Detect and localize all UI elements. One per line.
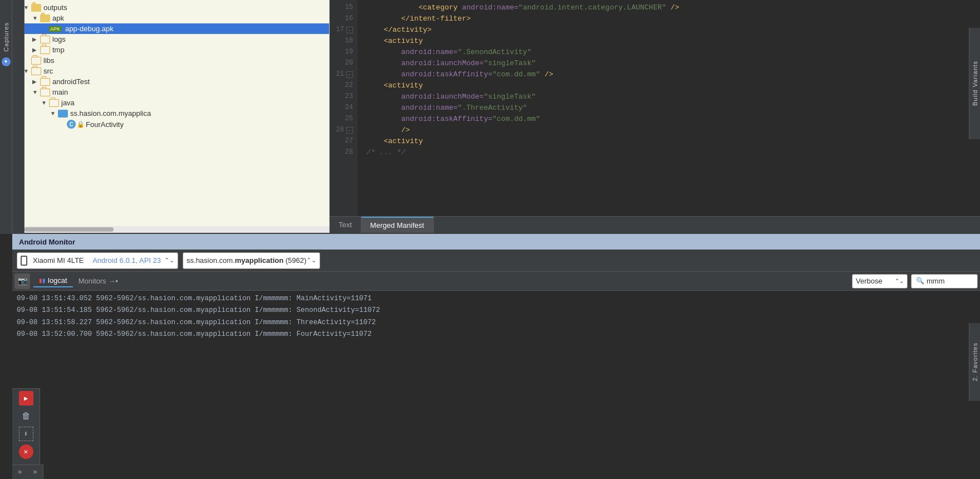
tree-arrow-tmp: ▶	[32, 47, 40, 53]
monitor-subtoolbar: 📷 ▮▮ logcat Monitors →▪ Verbose	[12, 272, 980, 291]
package-icon	[58, 110, 68, 118]
apk-file-icon: APK	[49, 26, 63, 32]
small-dot-icon: ●	[2, 57, 11, 66]
tree-item-package[interactable]: ▼ ss.hasion.com.myapplica	[12, 108, 329, 119]
code-lines[interactable]: <category android:name="android.intent.c…	[357, 0, 980, 216]
folder-icon-libs	[31, 57, 41, 65]
tree-item-apk-file[interactable]: APK app-debug.apk	[12, 23, 329, 34]
delete-icon: 🗑	[22, 411, 31, 422]
tree-item-apk[interactable]: ▼ apk	[12, 13, 329, 23]
monitors-tab[interactable]: Monitors →▪	[74, 275, 122, 287]
subtoolbar-right: Verbose ⌃⌄ 🔍	[852, 274, 978, 289]
filter-button[interactable]: ⬇	[19, 427, 33, 441]
monitor-title: Android Monitor	[19, 238, 75, 246]
chevron-right-btn[interactable]: »	[33, 468, 37, 476]
tree-item-src[interactable]: ▼ src	[12, 66, 329, 76]
folder-icon-src	[31, 67, 41, 75]
tree-arrow-java: ▼	[41, 100, 49, 106]
tree-item-main[interactable]: ▼ main	[12, 87, 329, 97]
code-line-23: android:launchMode="singleTask"	[366, 91, 980, 102]
code-line-17: </activity>	[366, 25, 980, 36]
captures-label[interactable]: Captures	[3, 22, 9, 52]
tree-item-fouractivity[interactable]: C 🔒 FourActivity	[12, 119, 329, 130]
code-line-26: />	[366, 125, 980, 136]
search-box[interactable]: 🔍	[911, 274, 978, 289]
play-button[interactable]: ▶	[19, 391, 33, 405]
tree-item-java[interactable]: ▼ java	[12, 97, 329, 108]
tab-merged-manifest[interactable]: Merged Manifest	[361, 217, 434, 233]
bottom-chevrons: » »	[12, 465, 43, 479]
line-numbers: 15 16 17 - 18 19 20 21 - 22 23 24 25 26 …	[330, 0, 357, 216]
folder-icon-java	[49, 99, 59, 107]
folder-icon-logs	[40, 36, 50, 43]
verbose-arrow: ⌃⌄	[895, 278, 904, 284]
app-pid: (5962)	[283, 256, 306, 265]
right-favorites[interactable]: 2. Favorites	[969, 323, 980, 401]
tree-item-androidtest[interactable]: ▶ androidTest	[12, 76, 329, 87]
code-line-15: <category android:name="android.intent.c…	[366, 2, 980, 13]
verbose-select[interactable]: Verbose ⌃⌄	[852, 274, 908, 289]
app-dropdown-arrow: ⌃⌄	[306, 257, 316, 264]
tree-arrow-androidtest: ▶	[32, 79, 40, 85]
tree-arrow-package: ▼	[50, 110, 58, 116]
log-line-4: 09-08 13:52:00.700 5962-5962/ss.hasion.c…	[17, 329, 976, 340]
error-button[interactable]: ✕	[19, 444, 33, 459]
phone-icon	[21, 256, 27, 266]
android-version: Android 6.0.1, API 23	[92, 256, 161, 265]
fold-marker-21[interactable]: -	[346, 71, 353, 78]
subtoolbar-left: 📷 ▮▮ logcat Monitors →▪	[14, 273, 850, 289]
monitor-toolbar: Xiaomi MI 4LTE Android 6.0.1, API 23 ⌃⌄ …	[12, 250, 980, 272]
tree-item-outputs[interactable]: ▼ outputs	[12, 2, 329, 13]
device-dropdown-arrow: ⌃⌄	[164, 257, 174, 264]
editor-tabs: Text Merged Manifest	[330, 216, 980, 233]
app-selector[interactable]: ss.hasion.com.myapplication (5962) ⌃⌄	[183, 252, 320, 269]
chevron-left-btn[interactable]: »	[18, 468, 22, 476]
play-icon: ▶	[24, 394, 28, 403]
error-icon: ✕	[24, 447, 28, 456]
folder-icon-androidtest	[40, 78, 50, 86]
fold-marker-26[interactable]: -	[346, 127, 353, 134]
logcat-tab[interactable]: ▮▮ logcat	[33, 275, 73, 287]
filter-icon: ⬇	[24, 429, 28, 438]
device-name: Xiaomi MI 4LTE	[33, 256, 84, 265]
file-tree-scrollbar[interactable]	[12, 226, 329, 233]
code-line-22: <activity	[366, 80, 980, 91]
tree-arrow-logs: ▶	[32, 36, 40, 42]
java-class-icon: C	[67, 120, 76, 129]
code-editor: 15 16 17 - 18 19 20 21 - 22 23 24 25 26 …	[330, 0, 980, 233]
log-line-2: 09-08 13:51:54.185 5962-5962/ss.hasion.c…	[17, 305, 976, 316]
screenshot-button[interactable]: 📷	[14, 273, 30, 289]
app-name-bold: myapplication	[235, 256, 283, 265]
tree-item-libs[interactable]: libs	[12, 55, 329, 66]
code-line-28: /* ... */	[366, 147, 980, 158]
search-icon: 🔍	[916, 277, 924, 285]
favorites-label: 2. Favorites	[972, 343, 978, 381]
verbose-label: Verbose	[856, 277, 883, 285]
scrollbar-thumb	[24, 227, 114, 232]
code-line-16: </intent-filter>	[366, 13, 980, 25]
tree-item-tmp[interactable]: ▶ tmp	[12, 45, 329, 55]
file-tree: ▼ outputs ▼ apk APK app-debug.apk	[12, 0, 330, 233]
log-line-3: 09-08 13:51:58.227 5962-5962/ss.hasion.c…	[17, 317, 976, 329]
search-input[interactable]	[927, 277, 971, 285]
tree-arrow-apk: ▼	[32, 15, 40, 21]
code-line-24: android:name=".ThreeActivity"	[366, 102, 980, 114]
tree-arrow-src: ▼	[23, 68, 31, 74]
tree-item-logs[interactable]: ▶ logs	[12, 34, 329, 45]
lock-icon: 🔒	[77, 121, 85, 128]
folder-icon-apk	[40, 14, 50, 22]
code-line-18: <activity	[366, 36, 980, 47]
android-monitor: Android Monitor Xiaomi MI 4LTE Android 6…	[12, 234, 980, 479]
camera-icon: 📷	[18, 276, 27, 286]
tab-text[interactable]: Text	[330, 217, 361, 233]
log-area: 09-08 13:51:43.052 5962-5962/ss.hasion.c…	[12, 291, 980, 479]
tree-arrow-outputs: ▼	[23, 4, 31, 11]
code-line-27: <activity	[366, 136, 980, 147]
device-selector[interactable]: Xiaomi MI 4LTE Android 6.0.1, API 23 ⌃⌄	[17, 252, 178, 269]
app-package: ss.hasion.com.	[187, 256, 235, 265]
folder-icon-main	[40, 89, 50, 96]
log-line-1: 09-08 13:51:43.052 5962-5962/ss.hasion.c…	[17, 293, 976, 305]
delete-button[interactable]: 🗑	[19, 409, 33, 423]
right-build-variants[interactable]: Build Variants	[969, 28, 980, 139]
fold-marker-17[interactable]: -	[346, 27, 353, 33]
